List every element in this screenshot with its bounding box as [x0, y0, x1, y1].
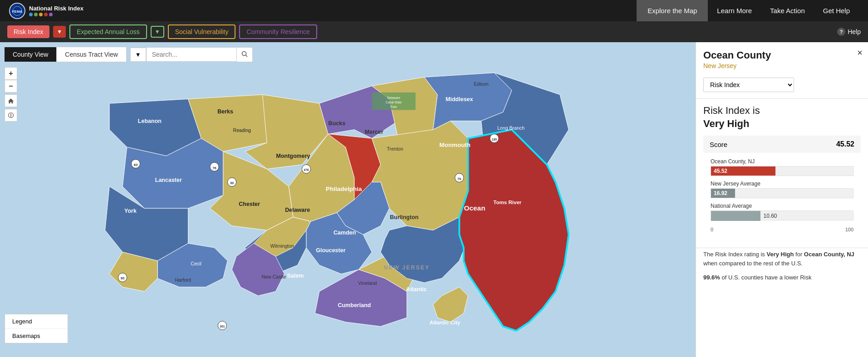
compass-tool-button[interactable] — [5, 109, 17, 122]
bar-ocean-fill: 45.52 — [711, 166, 775, 176]
close-button[interactable]: × — [857, 48, 863, 58]
label-chester: Chester — [239, 201, 260, 207]
map-filter-dropdown[interactable]: ▼ — [130, 48, 146, 62]
svg-line-3 — [245, 55, 247, 57]
label-delaware: Delaware — [285, 207, 310, 213]
svg-marker-4 — [8, 98, 14, 103]
label-vineland: Vineland — [358, 280, 377, 286]
bar-national-fill-row: 10.60 — [711, 211, 853, 221]
highway-195-label: 195 — [492, 138, 497, 141]
label-cecil: Cecil — [191, 261, 201, 266]
help-button[interactable]: ? Help — [837, 28, 861, 36]
risk-level: Very High — [703, 118, 749, 129]
label-lebanon: Lebanon — [138, 118, 162, 124]
highway-70-label: 70 — [457, 177, 461, 181]
highway-301-label: 301 — [220, 325, 225, 328]
axis-max: 100 — [845, 227, 853, 232]
map-zoom-controls: + − — [5, 67, 17, 93]
bar-ocean-value: 45.52 — [714, 168, 727, 174]
risk-rating-title: Risk Index is Very High — [703, 104, 861, 130]
risk-index-dropdown-arrow[interactable]: ▼ — [53, 26, 66, 38]
bar-nj-value: 16.92 — [714, 190, 727, 196]
label-lancaster: Lancaster — [155, 177, 182, 183]
label-harford: Harford — [175, 277, 191, 283]
park-label: Delaware — [387, 96, 400, 99]
bar-nj-track: 16.92 — [711, 188, 853, 198]
park-label3: Park — [391, 105, 397, 108]
score-section: Risk Index is Very High Score 45.52 Ocea… — [696, 101, 868, 246]
expected-annual-loss-dropdown-arrow[interactable]: ▼ — [151, 26, 164, 38]
top-nav: FEMA National Risk Index Explore the Map… — [0, 0, 868, 21]
help-icon: ? — [837, 28, 845, 36]
app-title: National Risk Index — [29, 5, 83, 12]
metric-select[interactable]: Risk Index Expected Annual Loss Social V… — [703, 78, 794, 92]
take-action-link[interactable]: Take Action — [761, 0, 814, 21]
legend-button[interactable]: Legend — [5, 314, 68, 329]
side-panel-header: Ocean County New Jersey — [696, 42, 868, 73]
park-label2: Canal State — [386, 101, 402, 104]
community-resilience-filter-button[interactable]: Community Resilience — [239, 24, 317, 39]
county-view-button[interactable]: County View — [5, 47, 56, 62]
bar-nj-label: New Jersey Average — [711, 181, 853, 187]
label-new-jersey: NEW JERSEY — [384, 264, 430, 271]
bar-ocean: Ocean County, NJ 45.52 — [711, 158, 853, 176]
search-button[interactable] — [237, 47, 253, 62]
label-york: York — [124, 208, 137, 214]
label-middlesex: Middlesex — [446, 96, 473, 103]
search-wrapper: ▼ — [130, 47, 253, 62]
compass-icon — [8, 112, 14, 118]
side-panel-stat: 99.6% of U.S. counties have a lower Risk — [696, 273, 868, 288]
score-row: Score 45.52 — [703, 136, 861, 153]
fema-logo: FEMA National Risk Index — [9, 3, 83, 19]
risk-index-filter-button[interactable]: Risk Index — [7, 25, 49, 38]
bar-national-label: National Average — [711, 203, 853, 209]
census-tract-view-button[interactable]: Census Tract View — [56, 47, 126, 62]
chart-area: Ocean County, NJ 45.52 New Jersey Averag… — [703, 158, 861, 239]
map-svg[interactable]: Delaware Canal State Park 76 476 30 83 7… — [0, 42, 696, 357]
label-gloucester: Gloucester — [316, 247, 346, 254]
risk-label-prefix: Risk Index is — [703, 105, 760, 116]
label-salem: Salem — [287, 273, 304, 279]
map-area[interactable]: County View Census Tract View ▼ + − — [0, 42, 696, 357]
zoom-out-button[interactable]: − — [5, 80, 17, 93]
score-value: 45.52 — [836, 140, 854, 148]
basemaps-button[interactable]: Basemaps — [5, 329, 68, 343]
home-tool-button[interactable] — [5, 94, 17, 107]
label-long-branch: Long Branch — [497, 125, 525, 131]
social-vulnerability-filter-button[interactable]: Social Vulnerability — [168, 24, 236, 39]
label-toms-river: Toms River — [493, 200, 522, 205]
highway-76-label: 76 — [212, 166, 216, 170]
label-atlantic-city: Atlantic City — [430, 320, 461, 325]
svg-marker-6 — [10, 113, 12, 115]
map-toolbar: County View Census Tract View ▼ — [5, 47, 253, 62]
side-panel-dropdown-row: Risk Index Expected Annual Loss Social V… — [696, 73, 868, 97]
app-title-group: National Risk Index — [29, 5, 83, 16]
label-ocean: Ocean — [464, 204, 485, 212]
get-help-link[interactable]: Get Help — [814, 0, 859, 21]
label-atlantic: Atlantic — [406, 286, 427, 293]
label-reading: Reading — [233, 127, 251, 133]
main-area: County View Census Tract View ▼ + − — [0, 42, 868, 357]
search-input[interactable] — [146, 47, 237, 62]
stat-text: of U.S. counties have a lower Risk — [722, 274, 812, 281]
label-mercer: Mercer — [365, 129, 383, 135]
label-philadelphia: Philadelphia — [326, 186, 362, 192]
help-label: Help — [848, 28, 861, 35]
fema-shield-icon: FEMA — [9, 3, 25, 19]
bar-national-value: 10.60 — [763, 211, 777, 221]
expected-annual-loss-filter-button[interactable]: Expected Annual Loss — [69, 24, 147, 39]
map-tools — [5, 94, 17, 122]
zoom-in-button[interactable]: + — [5, 67, 17, 80]
search-icon — [241, 51, 248, 57]
explore-map-button[interactable]: Explore the Map — [637, 0, 708, 21]
bar-nj-fill: 16.92 — [711, 189, 735, 198]
learn-more-link[interactable]: Learn More — [708, 0, 761, 21]
bar-national-track: 10.60 — [711, 210, 853, 220]
svg-text:FEMA: FEMA — [12, 10, 22, 14]
label-montgomery: Montgomery — [276, 153, 310, 159]
divider-1 — [696, 98, 868, 99]
highway-95-label: 95 — [121, 276, 125, 280]
label-edison: Edison — [474, 81, 488, 87]
bar-nj: New Jersey Average 16.92 — [711, 181, 853, 198]
label-burlington: Burlington — [390, 214, 418, 220]
